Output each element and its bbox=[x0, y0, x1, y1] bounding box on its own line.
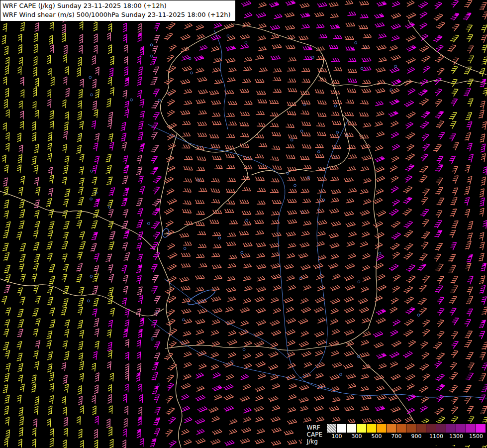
legend-tick-label: 500 bbox=[372, 433, 382, 440]
legend-color-cell bbox=[347, 424, 356, 433]
legend-colorbar bbox=[327, 424, 486, 433]
legend-tick-label: 900 bbox=[411, 433, 422, 440]
legend-tick-label: 1500 bbox=[469, 433, 483, 440]
legend-color-cell bbox=[327, 424, 336, 433]
legend-scale: 100300500700900110013001500 bbox=[327, 424, 486, 441]
legend-color-cell bbox=[476, 424, 486, 433]
legend-color-cell bbox=[446, 424, 456, 433]
legend-color-cell bbox=[426, 424, 436, 433]
legend-color-cell bbox=[416, 424, 426, 433]
legend-color-cell bbox=[436, 424, 446, 433]
legend-color-cell bbox=[456, 424, 466, 433]
legend-units-label: J/kg bbox=[307, 438, 322, 445]
legend-variable-label: CAPE bbox=[307, 431, 322, 438]
legend-tick-label: 1100 bbox=[429, 433, 443, 440]
legend-model-label: WRF bbox=[307, 424, 322, 431]
weather-map: WRF CAPE (J/kg) Sunday 23-11-2025 18:00 … bbox=[0, 0, 487, 448]
legend-color-cell bbox=[357, 424, 366, 433]
legend-ticks: 100300500700900110013001500 bbox=[327, 433, 486, 441]
legend-meta: WRF CAPE J/kg bbox=[307, 424, 322, 445]
weather-map-canvas bbox=[0, 0, 487, 448]
legend-color-cell bbox=[387, 424, 396, 433]
map-title-line1: WRF CAPE (J/kg) Sunday 23-11-2025 18:00 … bbox=[2, 1, 231, 10]
legend-color-cell bbox=[406, 424, 416, 433]
legend-tick-label: 300 bbox=[352, 433, 362, 440]
legend-color-cell bbox=[377, 424, 386, 433]
title-bar: WRF CAPE (J/kg) Sunday 23-11-2025 18:00 … bbox=[0, 0, 236, 21]
legend-color-cell bbox=[396, 424, 406, 433]
map-title-line2: WRF Wind shear (m/s) 500/1000hPa Sunday … bbox=[2, 10, 231, 19]
legend-color-cell bbox=[367, 424, 376, 433]
legend-tick-label: 700 bbox=[391, 433, 402, 440]
legend-tick-label: 100 bbox=[332, 433, 342, 440]
legend-color-cell bbox=[337, 424, 346, 433]
cape-legend: WRF CAPE J/kg 10030050070090011001300150… bbox=[302, 423, 487, 445]
legend-tick-label: 1300 bbox=[449, 433, 463, 440]
legend-color-cell bbox=[466, 424, 476, 433]
